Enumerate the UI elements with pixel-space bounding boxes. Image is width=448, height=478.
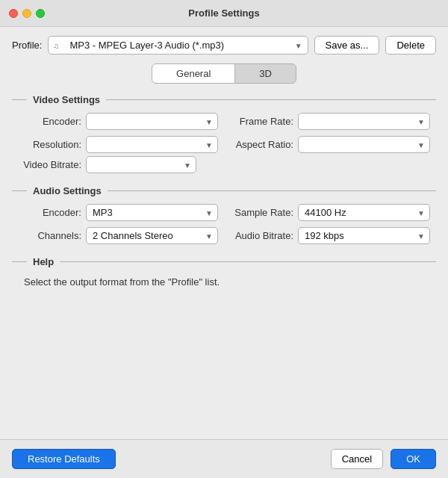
resolution-select[interactable] <box>86 136 218 153</box>
close-button[interactable] <box>9 9 18 18</box>
video-settings-section: Video Settings Encoder: ▼ Frame Rate: <box>12 94 436 173</box>
frame-rate-select-wrapper: ▼ <box>298 113 430 130</box>
profile-select[interactable]: MP3 - MPEG Layer-3 Audio (*.mp3) <box>48 36 308 55</box>
tab-3d[interactable]: 3D <box>235 64 296 83</box>
audio-settings-grid: Encoder: MP3 AAC OGG FLAC ▼ Sample Rate: <box>12 204 436 244</box>
window-title: Profile Settings <box>188 7 259 19</box>
frame-rate-row: Frame Rate: ▼ <box>230 113 430 130</box>
channels-select[interactable]: 2 Channels Stereo 1 Channel Mono <box>86 227 218 244</box>
sample-rate-select[interactable]: 44100 Hz 48000 Hz 22050 Hz <box>298 204 430 221</box>
frame-rate-select[interactable] <box>298 113 430 130</box>
cancel-button[interactable]: Cancel <box>331 449 383 469</box>
tab-general[interactable]: General <box>152 64 235 83</box>
sample-rate-select-wrapper: 44100 Hz 48000 Hz 22050 Hz ▼ <box>298 204 430 221</box>
sample-rate-label: Sample Rate: <box>230 207 293 218</box>
ok-button[interactable]: OK <box>391 449 436 469</box>
help-text: Select the output format from the "Profi… <box>12 275 436 290</box>
encoder-label: Encoder: <box>18 116 81 127</box>
aspect-ratio-select-wrapper: ▼ <box>298 136 430 153</box>
audio-header-line-left <box>12 190 27 191</box>
aspect-ratio-label: Aspect Ratio: <box>230 139 293 150</box>
audio-settings-header: Audio Settings <box>12 185 436 196</box>
video-bitrate-select[interactable] <box>86 156 196 173</box>
help-line-left <box>12 261 27 262</box>
encoder-select[interactable] <box>86 113 218 130</box>
sample-rate-row: Sample Rate: 44100 Hz 48000 Hz 22050 Hz … <box>230 204 430 221</box>
channels-label: Channels: <box>18 230 81 241</box>
video-bitrate-label: Video Bitrate: <box>18 159 81 170</box>
help-title: Help <box>33 256 54 267</box>
title-bar: Profile Settings <box>0 0 448 27</box>
help-section: Help Select the output format from the "… <box>12 256 436 290</box>
minimize-button[interactable] <box>22 9 31 18</box>
resolution-row: Resolution: ▼ <box>18 136 218 153</box>
audio-bitrate-select[interactable]: 192 kbps 128 kbps 256 kbps 320 kbps <box>298 227 430 244</box>
audio-header-line-right <box>108 190 436 191</box>
video-settings-header: Video Settings <box>12 94 436 105</box>
channels-row: Channels: 2 Channels Stereo 1 Channel Mo… <box>18 227 218 244</box>
help-line-right <box>60 261 436 262</box>
resolution-label: Resolution: <box>18 139 81 150</box>
audio-bitrate-row: Audio Bitrate: 192 kbps 128 kbps 256 kbp… <box>230 227 430 244</box>
tabs-row: General 3D <box>12 63 436 84</box>
encoder-row: Encoder: ▼ <box>18 113 218 130</box>
audio-bitrate-select-wrapper: 192 kbps 128 kbps 256 kbps 320 kbps ▼ <box>298 227 430 244</box>
profile-select-wrapper: ♫ MP3 - MPEG Layer-3 Audio (*.mp3) ▼ <box>48 36 308 55</box>
footer: Restore Defaults Cancel OK <box>0 439 448 478</box>
audio-encoder-row: Encoder: MP3 AAC OGG FLAC ▼ <box>18 204 218 221</box>
channels-select-wrapper: 2 Channels Stereo 1 Channel Mono ▼ <box>86 227 218 244</box>
footer-right-buttons: Cancel OK <box>331 449 436 469</box>
audio-encoder-label: Encoder: <box>18 207 81 218</box>
video-settings-grid: Encoder: ▼ Frame Rate: ▼ <box>12 113 436 153</box>
audio-settings-title: Audio Settings <box>33 185 102 196</box>
restore-defaults-button[interactable]: Restore Defaults <box>12 449 116 469</box>
header-line-left <box>12 99 27 100</box>
maximize-button[interactable] <box>36 9 45 18</box>
help-header: Help <box>12 256 436 267</box>
frame-rate-label: Frame Rate: <box>230 116 293 127</box>
header-line-right <box>106 99 436 100</box>
resolution-select-wrapper: ▼ <box>86 136 218 153</box>
aspect-ratio-select[interactable] <box>298 136 430 153</box>
video-bitrate-select-wrapper: ▼ <box>86 156 196 173</box>
profile-row: Profile: ♫ MP3 - MPEG Layer-3 Audio (*.m… <box>12 36 436 55</box>
video-bitrate-row: Video Bitrate: ▼ <box>12 156 436 173</box>
delete-button[interactable]: Delete <box>385 36 436 55</box>
audio-encoder-select-wrapper: MP3 AAC OGG FLAC ▼ <box>86 204 218 221</box>
aspect-ratio-row: Aspect Ratio: ▼ <box>230 136 430 153</box>
encoder-select-wrapper: ▼ <box>86 113 218 130</box>
audio-settings-section: Audio Settings Encoder: MP3 AAC OGG FLAC… <box>12 185 436 244</box>
audio-encoder-select[interactable]: MP3 AAC OGG FLAC <box>86 204 218 221</box>
traffic-lights <box>9 9 45 18</box>
video-settings-title: Video Settings <box>33 94 100 105</box>
main-content: Profile: ♫ MP3 - MPEG Layer-3 Audio (*.m… <box>0 27 448 311</box>
profile-label: Profile: <box>12 40 42 51</box>
save-as-button[interactable]: Save as... <box>314 36 380 55</box>
audio-bitrate-label: Audio Bitrate: <box>230 230 293 241</box>
tab-group: General 3D <box>152 63 296 84</box>
